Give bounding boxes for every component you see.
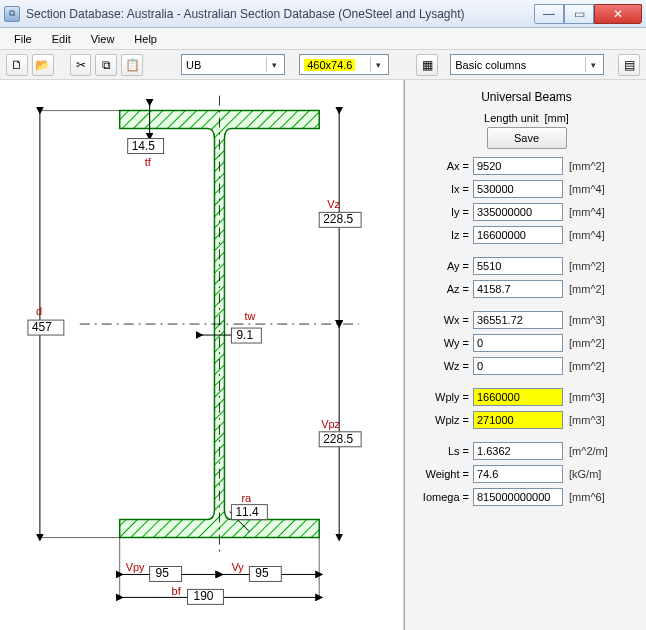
dim-ra-label: ra bbox=[241, 492, 252, 504]
copy-icon[interactable]: ⧉ bbox=[95, 54, 117, 76]
grid-icon[interactable]: ▦ bbox=[416, 54, 438, 76]
lbl-Az: Az = bbox=[413, 283, 473, 295]
lbl-Ls: Ls = bbox=[413, 445, 473, 457]
menubar: File Edit View Help bbox=[0, 28, 646, 50]
fld-Ay[interactable] bbox=[473, 257, 563, 275]
dim-bf-label: bf bbox=[172, 585, 182, 597]
dim-tf-label: tf bbox=[145, 156, 152, 168]
titlebar: ⧉ Section Database: Australia - Australi… bbox=[0, 0, 646, 28]
dim-vpy-value: 95 bbox=[156, 566, 170, 580]
chevron-down-icon: ▾ bbox=[266, 57, 282, 72]
minimize-button[interactable]: — bbox=[534, 4, 564, 24]
lbl-Iomega: Iomega = bbox=[413, 491, 473, 503]
expand-icon[interactable]: ▤ bbox=[618, 54, 640, 76]
new-icon[interactable]: 🗋 bbox=[6, 54, 28, 76]
unit-Wplz: [mm^3] bbox=[563, 414, 605, 426]
unit-Ax: [mm^2] bbox=[563, 160, 605, 172]
dim-bf-value: 190 bbox=[194, 589, 214, 603]
fld-Ix[interactable] bbox=[473, 180, 563, 198]
save-button[interactable]: Save bbox=[487, 127, 567, 149]
lbl-Wx: Wx = bbox=[413, 314, 473, 326]
lbl-Wy: Wy = bbox=[413, 337, 473, 349]
app-icon: ⧉ bbox=[4, 6, 20, 22]
lbl-Wply: Wply = bbox=[413, 391, 473, 403]
lbl-Wplz: Wplz = bbox=[413, 414, 473, 426]
chevron-down-icon: ▾ bbox=[585, 57, 601, 72]
length-unit-label: Length unit bbox=[484, 112, 538, 124]
lbl-Iz: Iz = bbox=[413, 229, 473, 241]
dim-vy-label: Vy bbox=[231, 561, 244, 573]
columns-value: Basic columns bbox=[455, 59, 526, 71]
unit-Iz: [mm^4] bbox=[563, 229, 605, 241]
unit-Wy: [mm^2] bbox=[563, 337, 605, 349]
dim-vpz-label: Vpz bbox=[321, 418, 340, 430]
dim-tw-label: tw bbox=[244, 310, 255, 322]
dim-d-value: 457 bbox=[32, 320, 52, 334]
dim-ra-value: 11.4 bbox=[235, 505, 259, 519]
dim-d-label: d bbox=[36, 305, 42, 317]
dim-tw-value: 9.1 bbox=[236, 328, 253, 342]
section-type-combo[interactable]: UB ▾ bbox=[181, 54, 285, 75]
section-drawing: d 457 14.5 tf tw 9.1 Vz 228.5 Vpz 228.5 bbox=[0, 80, 404, 630]
unit-Ix: [mm^4] bbox=[563, 183, 605, 195]
lbl-Ax: Ax = bbox=[413, 160, 473, 172]
lbl-Ix: Ix = bbox=[413, 183, 473, 195]
dim-vpz-value: 228.5 bbox=[323, 432, 353, 446]
fld-Wz[interactable] bbox=[473, 357, 563, 375]
lbl-Wz: Wz = bbox=[413, 360, 473, 372]
dim-vz-value: 228.5 bbox=[323, 212, 353, 226]
length-unit-value: [mm] bbox=[544, 112, 568, 124]
fld-Wplz[interactable] bbox=[473, 411, 563, 429]
fld-Az[interactable] bbox=[473, 280, 563, 298]
unit-Wx: [mm^3] bbox=[563, 314, 605, 326]
dim-vy-value: 95 bbox=[255, 566, 269, 580]
lbl-Ay: Ay = bbox=[413, 260, 473, 272]
panel-title: Universal Beams bbox=[413, 86, 640, 112]
fld-Wply[interactable] bbox=[473, 388, 563, 406]
fld-Wy[interactable] bbox=[473, 334, 563, 352]
unit-Iy: [mm^4] bbox=[563, 206, 605, 218]
dim-vz-label: Vz bbox=[327, 198, 340, 210]
maximize-button[interactable]: ▭ bbox=[564, 4, 594, 24]
fld-Ax[interactable] bbox=[473, 157, 563, 175]
menu-view[interactable]: View bbox=[83, 31, 123, 47]
unit-Wz: [mm^2] bbox=[563, 360, 605, 372]
unit-Weight: [kG/m] bbox=[563, 468, 601, 480]
unit-Az: [mm^2] bbox=[563, 283, 605, 295]
section-type-value: UB bbox=[186, 59, 201, 71]
menu-file[interactable]: File bbox=[6, 31, 40, 47]
fld-Iomega[interactable] bbox=[473, 488, 563, 506]
unit-Ay: [mm^2] bbox=[563, 260, 605, 272]
section-size-value: 460x74.6 bbox=[304, 59, 355, 71]
fld-Wx[interactable] bbox=[473, 311, 563, 329]
fld-Iz[interactable] bbox=[473, 226, 563, 244]
lbl-Weight: Weight = bbox=[413, 468, 473, 480]
fld-Iy[interactable] bbox=[473, 203, 563, 221]
properties-panel: Universal Beams Length unit [mm] Save Ax… bbox=[404, 80, 646, 630]
window-title: Section Database: Australia - Australian… bbox=[26, 7, 534, 21]
unit-Wply: [mm^3] bbox=[563, 391, 605, 403]
chevron-down-icon: ▾ bbox=[370, 57, 386, 72]
columns-combo[interactable]: Basic columns ▾ bbox=[450, 54, 604, 75]
toolbar: 🗋 📂 ✂ ⧉ 📋 UB ▾ 460x74.6 ▾ ▦ Basic column… bbox=[0, 50, 646, 80]
close-button[interactable]: ✕ bbox=[594, 4, 642, 24]
dim-vpy-label: Vpy bbox=[126, 561, 145, 573]
menu-help[interactable]: Help bbox=[126, 31, 165, 47]
section-size-combo[interactable]: 460x74.6 ▾ bbox=[299, 54, 388, 75]
dim-tf-value: 14.5 bbox=[132, 139, 156, 153]
lbl-Iy: Iy = bbox=[413, 206, 473, 218]
unit-Iomega: [mm^6] bbox=[563, 491, 605, 503]
paste-icon[interactable]: 📋 bbox=[121, 54, 143, 76]
unit-Ls: [m^2/m] bbox=[563, 445, 608, 457]
menu-edit[interactable]: Edit bbox=[44, 31, 79, 47]
fld-Weight[interactable] bbox=[473, 465, 563, 483]
cut-icon[interactable]: ✂ bbox=[70, 54, 92, 76]
fld-Ls[interactable] bbox=[473, 442, 563, 460]
open-icon[interactable]: 📂 bbox=[32, 54, 54, 76]
